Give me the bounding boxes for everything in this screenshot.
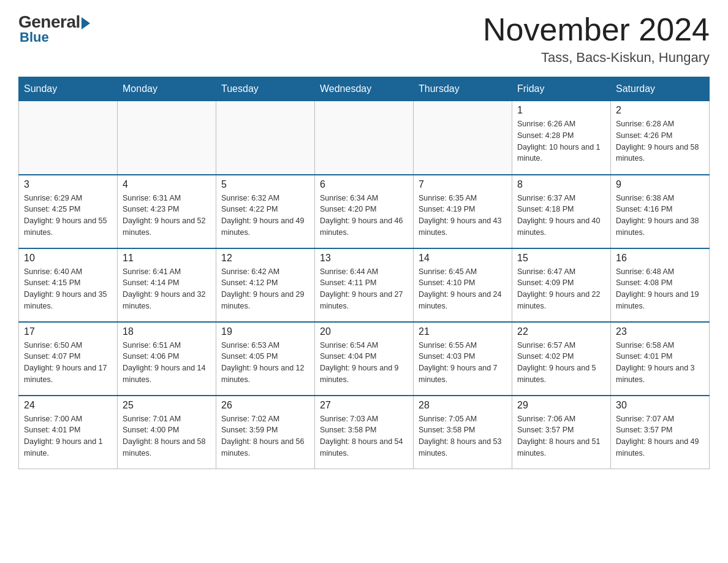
calendar-cell: 2Sunrise: 6:28 AMSunset: 4:26 PMDaylight… [611,101,710,175]
calendar-week-row: 3Sunrise: 6:29 AMSunset: 4:25 PMDaylight… [19,175,710,248]
calendar-cell: 19Sunrise: 6:53 AMSunset: 4:05 PMDayligh… [216,322,315,396]
calendar-cell [118,101,216,175]
calendar-cell [315,101,414,175]
calendar-cell: 30Sunrise: 7:07 AMSunset: 3:57 PMDayligh… [611,396,710,469]
day-number: 2 [616,105,704,116]
calendar-cell: 13Sunrise: 6:44 AMSunset: 4:11 PMDayligh… [315,248,414,322]
title-block: November 2024 Tass, Bacs-Kiskun, Hungary [483,12,710,66]
day-info: Sunrise: 6:53 AMSunset: 4:05 PMDaylight:… [221,340,309,386]
day-info: Sunrise: 6:35 AMSunset: 4:19 PMDaylight:… [419,193,507,239]
calendar-cell: 21Sunrise: 6:55 AMSunset: 4:03 PMDayligh… [414,322,512,396]
day-info: Sunrise: 6:29 AMSunset: 4:25 PMDaylight:… [24,193,112,239]
calendar-cell: 14Sunrise: 6:45 AMSunset: 4:10 PMDayligh… [414,248,512,322]
calendar-cell: 17Sunrise: 6:50 AMSunset: 4:07 PMDayligh… [19,322,118,396]
day-of-week-header: Saturday [611,77,710,101]
logo-triangle-icon [82,17,90,29]
calendar-cell: 4Sunrise: 6:31 AMSunset: 4:23 PMDaylight… [118,175,216,248]
day-info: Sunrise: 6:34 AMSunset: 4:20 PMDaylight:… [320,193,408,239]
day-info: Sunrise: 6:44 AMSunset: 4:11 PMDaylight:… [320,266,408,312]
day-info: Sunrise: 6:31 AMSunset: 4:23 PMDaylight:… [123,193,211,239]
day-number: 19 [221,326,309,337]
calendar-week-row: 17Sunrise: 6:50 AMSunset: 4:07 PMDayligh… [19,322,710,396]
calendar-cell: 7Sunrise: 6:35 AMSunset: 4:19 PMDaylight… [414,175,512,248]
calendar-cell: 25Sunrise: 7:01 AMSunset: 4:00 PMDayligh… [118,396,216,469]
calendar-week-row: 24Sunrise: 7:00 AMSunset: 4:01 PMDayligh… [19,396,710,469]
day-info: Sunrise: 6:41 AMSunset: 4:14 PMDaylight:… [123,266,211,312]
day-info: Sunrise: 7:03 AMSunset: 3:58 PMDaylight:… [320,413,408,459]
calendar-cell: 6Sunrise: 6:34 AMSunset: 4:20 PMDaylight… [315,175,414,248]
day-of-week-header: Wednesday [315,77,414,101]
calendar-cell: 27Sunrise: 7:03 AMSunset: 3:58 PMDayligh… [315,396,414,469]
day-number: 20 [320,326,408,337]
calendar-cell: 8Sunrise: 6:37 AMSunset: 4:18 PMDaylight… [512,175,611,248]
calendar-cell: 20Sunrise: 6:54 AMSunset: 4:04 PMDayligh… [315,322,414,396]
location-title: Tass, Bacs-Kiskun, Hungary [483,50,710,66]
day-number: 11 [123,253,211,264]
calendar-cell: 10Sunrise: 6:40 AMSunset: 4:15 PMDayligh… [19,248,118,322]
calendar-cell: 23Sunrise: 6:58 AMSunset: 4:01 PMDayligh… [611,322,710,396]
day-number: 16 [616,253,704,264]
day-number: 10 [24,253,112,264]
day-info: Sunrise: 6:32 AMSunset: 4:22 PMDaylight:… [221,193,309,239]
day-number: 5 [221,179,309,190]
day-number: 25 [123,400,211,411]
day-info: Sunrise: 6:48 AMSunset: 4:08 PMDaylight:… [616,266,704,312]
day-info: Sunrise: 6:26 AMSunset: 4:28 PMDaylight:… [517,118,605,164]
calendar-cell: 12Sunrise: 6:42 AMSunset: 4:12 PMDayligh… [216,248,315,322]
day-of-week-header: Thursday [414,77,512,101]
day-info: Sunrise: 7:06 AMSunset: 3:57 PMDaylight:… [517,413,605,459]
day-number: 17 [24,326,112,337]
day-number: 15 [517,253,605,264]
day-info: Sunrise: 6:58 AMSunset: 4:01 PMDaylight:… [616,340,704,386]
calendar-cell [216,101,315,175]
calendar-cell: 9Sunrise: 6:38 AMSunset: 4:16 PMDaylight… [611,175,710,248]
logo-blue-text: Blue [20,29,49,45]
day-info: Sunrise: 6:37 AMSunset: 4:18 PMDaylight:… [517,193,605,239]
logo: General Blue [18,12,90,45]
day-number: 22 [517,326,605,337]
day-info: Sunrise: 6:57 AMSunset: 4:02 PMDaylight:… [517,340,605,386]
day-number: 4 [123,179,211,190]
calendar-cell: 22Sunrise: 6:57 AMSunset: 4:02 PMDayligh… [512,322,611,396]
calendar-table: SundayMondayTuesdayWednesdayThursdayFrid… [18,77,710,469]
calendar-cell: 24Sunrise: 7:00 AMSunset: 4:01 PMDayligh… [19,396,118,469]
day-info: Sunrise: 6:42 AMSunset: 4:12 PMDaylight:… [221,266,309,312]
day-info: Sunrise: 7:00 AMSunset: 4:01 PMDaylight:… [24,413,112,459]
day-number: 18 [123,326,211,337]
day-number: 23 [616,326,704,337]
calendar-cell: 29Sunrise: 7:06 AMSunset: 3:57 PMDayligh… [512,396,611,469]
day-of-week-header: Friday [512,77,611,101]
day-of-week-header: Sunday [19,77,118,101]
day-number: 26 [221,400,309,411]
calendar-cell: 16Sunrise: 6:48 AMSunset: 4:08 PMDayligh… [611,248,710,322]
day-number: 14 [419,253,507,264]
day-number: 29 [517,400,605,411]
calendar-cell: 26Sunrise: 7:02 AMSunset: 3:59 PMDayligh… [216,396,315,469]
day-info: Sunrise: 6:47 AMSunset: 4:09 PMDaylight:… [517,266,605,312]
day-number: 24 [24,400,112,411]
calendar-cell: 1Sunrise: 6:26 AMSunset: 4:28 PMDaylight… [512,101,611,175]
day-of-week-header: Tuesday [216,77,315,101]
day-number: 12 [221,253,309,264]
calendar-cell: 3Sunrise: 6:29 AMSunset: 4:25 PMDaylight… [19,175,118,248]
calendar-cell: 28Sunrise: 7:05 AMSunset: 3:58 PMDayligh… [414,396,512,469]
calendar-week-row: 10Sunrise: 6:40 AMSunset: 4:15 PMDayligh… [19,248,710,322]
day-info: Sunrise: 6:55 AMSunset: 4:03 PMDaylight:… [419,340,507,386]
calendar-cell: 15Sunrise: 6:47 AMSunset: 4:09 PMDayligh… [512,248,611,322]
day-info: Sunrise: 6:28 AMSunset: 4:26 PMDaylight:… [616,118,704,164]
day-info: Sunrise: 7:05 AMSunset: 3:58 PMDaylight:… [419,413,507,459]
day-info: Sunrise: 6:38 AMSunset: 4:16 PMDaylight:… [616,193,704,239]
day-number: 1 [517,105,605,116]
day-number: 3 [24,179,112,190]
day-info: Sunrise: 6:45 AMSunset: 4:10 PMDaylight:… [419,266,507,312]
day-number: 21 [419,326,507,337]
day-number: 7 [419,179,507,190]
calendar-week-row: 1Sunrise: 6:26 AMSunset: 4:28 PMDaylight… [19,101,710,175]
day-info: Sunrise: 6:50 AMSunset: 4:07 PMDaylight:… [24,340,112,386]
day-info: Sunrise: 7:01 AMSunset: 4:00 PMDaylight:… [123,413,211,459]
day-number: 8 [517,179,605,190]
calendar-cell: 11Sunrise: 6:41 AMSunset: 4:14 PMDayligh… [118,248,216,322]
page-header: General Blue November 2024 Tass, Bacs-Ki… [18,12,710,66]
day-info: Sunrise: 6:54 AMSunset: 4:04 PMDaylight:… [320,340,408,386]
day-info: Sunrise: 7:02 AMSunset: 3:59 PMDaylight:… [221,413,309,459]
